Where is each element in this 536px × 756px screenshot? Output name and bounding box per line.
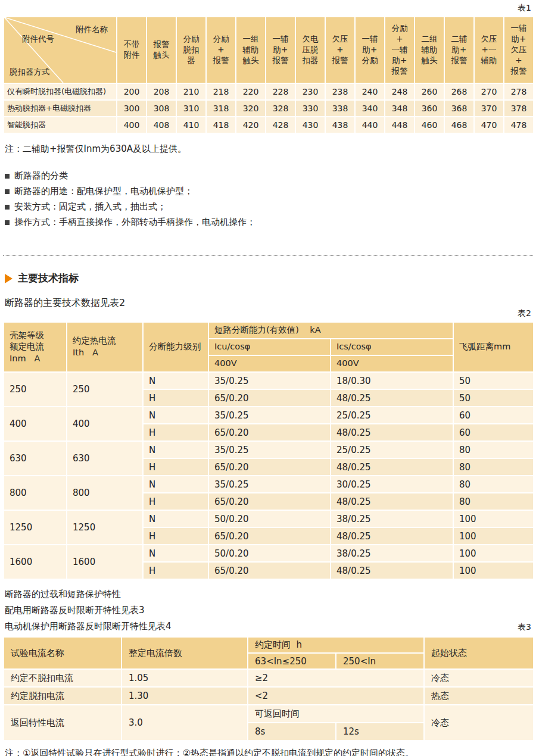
corner-header-cell: 附件名称 附件代号 脱扣器方式 [4, 17, 117, 83]
ith-cell: 1600 [67, 545, 143, 579]
level-cell: N [143, 545, 208, 562]
arc-cell: 100 [453, 562, 534, 579]
icu-cell: 65/0.20 [208, 493, 331, 510]
ics-cell: 48/0.25 [331, 458, 453, 476]
arc-cell: 80 [453, 493, 534, 510]
col-header: 欠压 + 报警 [325, 17, 355, 83]
section-header: 主要技术指标 [5, 271, 533, 285]
code-cell: 318 [206, 100, 236, 117]
list-item-text: 断路器的用途：配电保护型，电动机保护型； [14, 186, 193, 197]
table-row: 约定脱扣电流 1.30 <2 热态 [4, 687, 534, 705]
inm-cell: 800 [4, 476, 67, 510]
table-row: 返回特性电流 3.0 可返回时间 冷态 [4, 705, 534, 723]
code-cell: 370 [474, 100, 504, 117]
list-item-text: 断路器的分类 [14, 170, 68, 182]
table-row: 1250 1250 N 50/0.20 38/0.25 100 [4, 510, 534, 527]
code-cell: 330 [295, 100, 325, 117]
row-label: 热动脱扣器+电磁脱扣器 [4, 100, 117, 117]
header-setting-multiple: 整定电流倍数 [121, 637, 248, 669]
icu-cell: 35/0.25 [208, 476, 331, 493]
col-header: 一辅 助+ 分励 [355, 17, 385, 83]
col-header: 分励 + 一辅 助+ 报警 [385, 17, 415, 83]
icu-cell: 50/0.20 [208, 545, 331, 562]
col-header: 分励 + 报警 [206, 17, 236, 83]
text-line-with-tag: 电动机保护用断路器反时限断开特性见表4 表3 [5, 620, 531, 633]
ics-cell: 48/0.25 [331, 389, 453, 407]
table-row: 250 250 N 35/0.25 18/0.30 50 [4, 372, 534, 389]
table2-tag: 表2 [3, 308, 533, 321]
code-cell: 470 [474, 117, 504, 133]
inm-cell: 630 [4, 441, 67, 476]
arc-cell: 80 [453, 441, 534, 458]
table1-tag: 表1 [3, 3, 533, 16]
col-header: 报警 触头 [147, 17, 176, 83]
square-bullet-icon [5, 220, 10, 225]
text-line: 电动机保护用断路器反时限断开特性见表4 [5, 620, 172, 633]
icu-cell: 35/0.25 [208, 441, 331, 458]
test-name-cell: 返回特性电流 [4, 705, 121, 741]
corner-label-accessory-code: 附件代号 [22, 34, 54, 45]
icu-cell: 35/0.25 [208, 372, 331, 389]
col-header: 不带 附件 [117, 17, 147, 83]
state-cell: 冷态 [424, 669, 534, 687]
icu-cell: 50/0.20 [208, 510, 331, 527]
section-title: 主要技术指标 [18, 271, 79, 285]
level-cell: N [143, 372, 208, 389]
header-range-2: 250<In [336, 653, 424, 669]
header-icu-voltage: 400V [208, 355, 331, 372]
test-name-cell: 约定脱扣电流 [4, 687, 121, 705]
ics-cell: 25/0.25 [331, 407, 453, 424]
inm-cell: 250 [4, 372, 67, 407]
code-cell: 440 [355, 117, 385, 133]
list-item: 安装方式：固定式，插入式，抽出式； [5, 201, 531, 213]
code-cell: 468 [444, 117, 474, 133]
arc-cell: 100 [453, 527, 534, 545]
row-label: 智能脱扣器 [4, 117, 117, 133]
code-cell: 238 [325, 83, 355, 100]
table2-caption: 断路器的主要技术数据见表2 [5, 297, 531, 310]
col-header: 分励 脱扣 器 [176, 17, 206, 83]
code-cell: 208 [147, 83, 176, 100]
col-header: 欠压 +一 辅助 [474, 17, 504, 83]
header-ith: 约定热电流 Ith A [67, 322, 143, 372]
multiple-cell: 1.30 [121, 687, 248, 705]
code-cell: 410 [176, 117, 206, 133]
code-cell: 220 [236, 83, 266, 100]
table-row: 约定不脱扣电流 1.05 ≥2 冷态 [4, 669, 534, 687]
time-cell: ≥2 [248, 669, 424, 687]
code-cell: 308 [147, 100, 176, 117]
classification-list: 断路器的分类 断路器的用途：配电保护型，电动机保护型； 安装方式：固定式，插入式… [5, 170, 531, 228]
square-bullet-icon [5, 205, 10, 210]
code-cell: 378 [504, 100, 534, 117]
arc-cell: 80 [453, 458, 534, 476]
header-range-1: 63<In≤250 [248, 653, 336, 669]
table-header-row: 附件名称 附件代号 脱扣器方式 不带 附件 报警 触头 分励 脱扣 器 分励 +… [4, 17, 534, 83]
level-cell: N [143, 510, 208, 527]
time-value-cell: 12s [336, 723, 424, 741]
table-row: 630 630 N 35/0.25 25/0.25 80 [4, 441, 534, 458]
ics-cell: 48/0.25 [331, 562, 453, 579]
header-ics-voltage: 400V [331, 355, 453, 372]
row-label: 仅有瞬时脱扣器(电磁脱扣器) [4, 83, 117, 100]
code-cell: 240 [355, 83, 385, 100]
table-header-row: 壳架等级 额定电流 Inm A 约定热电流 Ith A 分断能力级别 短路分断能… [4, 322, 534, 339]
text-line: 配电用断路器反时限断开特性见表3 [5, 604, 531, 617]
code-cell: 408 [147, 117, 176, 133]
corner-label-release-mode: 脱扣器方式 [10, 67, 50, 77]
level-cell: H [143, 527, 208, 545]
arc-cell: 100 [453, 545, 534, 562]
header-test-current-name: 试验电流名称 [4, 637, 121, 669]
table-row: 仅有瞬时脱扣器(电磁脱扣器) 200 208 210 218 220 228 2… [4, 83, 534, 100]
time-label-cell: 可返回时间 [248, 705, 424, 723]
icu-cell: 65/0.20 [208, 527, 331, 545]
code-cell: 228 [266, 83, 295, 100]
code-cell: 368 [444, 100, 474, 117]
text-line: 断路器的过载和短路保护特性 [5, 588, 531, 601]
dotted-divider [3, 255, 533, 256]
level-cell: N [143, 476, 208, 493]
code-cell: 438 [325, 117, 355, 133]
table-header-row: 试验电流名称 整定电流倍数 约定时间 h 起始状态 [4, 637, 534, 653]
icu-cell: 35/0.25 [208, 407, 331, 424]
header-inm: 壳架等级 额定电流 Inm A [4, 322, 67, 372]
trip-characteristic-table: 试验电流名称 整定电流倍数 约定时间 h 起始状态 63<In≤250 250<… [3, 636, 534, 741]
